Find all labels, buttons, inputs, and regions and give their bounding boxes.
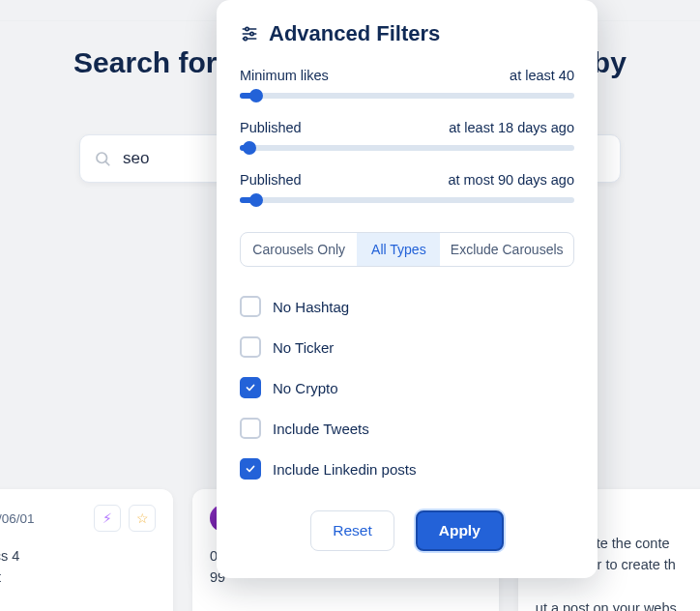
apply-button[interactable]: Apply — [416, 510, 504, 551]
slider-value: at least 40 — [510, 68, 574, 83]
slider-published-max[interactable]: Published at most 90 days ago — [240, 172, 574, 203]
slider-value: at most 90 days ago — [448, 172, 574, 188]
checkbox-icon — [240, 418, 261, 439]
checkbox-list: No Hashtag No Ticker No Crypto Include T… — [240, 296, 574, 480]
segment-all-types[interactable]: All Types — [357, 233, 440, 266]
star-icon[interactable]: ☆ — [129, 505, 156, 532]
checkbox-label: Include Tweets — [273, 421, 369, 437]
slider-thumb[interactable] — [249, 89, 263, 102]
advanced-filters-modal: Advanced Filters Minimum likes at least … — [217, 0, 598, 578]
svg-point-5 — [250, 32, 253, 35]
checkbox-no-hashtag[interactable]: No Hashtag — [240, 296, 574, 317]
carousel-type-segment: Carousels Only All Types Exclude Carouse… — [240, 232, 574, 267]
slider-thumb[interactable] — [249, 193, 263, 207]
slider-minimum-likes[interactable]: Minimum likes at least 40 — [240, 68, 574, 99]
checkbox-icon — [240, 458, 261, 480]
checkbox-no-crypto[interactable]: No Crypto — [240, 377, 574, 398]
segment-carousels-only[interactable]: Carousels Only — [241, 233, 357, 266]
reset-button[interactable]: Reset — [310, 510, 394, 551]
checkbox-label: No Crypto — [273, 380, 338, 396]
checkbox-include-linkedin[interactable]: Include Linkedin posts — [240, 458, 574, 480]
result-card[interactable]: 2023/06/01 ⚡︎ ☆ alytics 4 ificult — [0, 489, 173, 611]
slider-published-min[interactable]: Published at least 18 days ago — [240, 120, 574, 151]
checkbox-icon — [240, 336, 261, 358]
checkbox-include-tweets[interactable]: Include Tweets — [240, 418, 574, 439]
segment-exclude-carousels[interactable]: Exclude Carousels — [440, 233, 573, 266]
checkbox-label: Include Linkedin posts — [273, 461, 416, 478]
checkbox-no-ticker[interactable]: No Ticker — [240, 336, 574, 358]
zap-icon[interactable]: ⚡︎ — [94, 505, 121, 532]
slider-label: Minimum likes — [240, 68, 329, 83]
filters-icon — [240, 24, 259, 44]
slider-track[interactable] — [240, 197, 574, 203]
slider-thumb[interactable] — [243, 141, 256, 155]
slider-track[interactable] — [240, 93, 574, 99]
checkbox-label: No Ticker — [273, 339, 334, 356]
svg-point-3 — [246, 27, 248, 30]
card-date: 2023/06/01 — [0, 511, 35, 526]
checkbox-label: No Hashtag — [273, 299, 349, 315]
modal-title: Advanced Filters — [269, 21, 440, 46]
slider-track[interactable] — [240, 145, 574, 151]
slider-label: Published — [240, 172, 302, 188]
modal-actions: Reset Apply — [240, 510, 574, 551]
checkbox-icon — [240, 296, 261, 317]
checkbox-icon — [240, 377, 261, 398]
slider-label: Published — [240, 120, 302, 135]
card-body: alytics 4 ificult — [0, 545, 156, 589]
search-icon — [94, 150, 111, 167]
svg-point-7 — [244, 37, 247, 40]
slider-value: at least 18 days ago — [449, 120, 574, 135]
svg-line-1 — [105, 161, 108, 164]
